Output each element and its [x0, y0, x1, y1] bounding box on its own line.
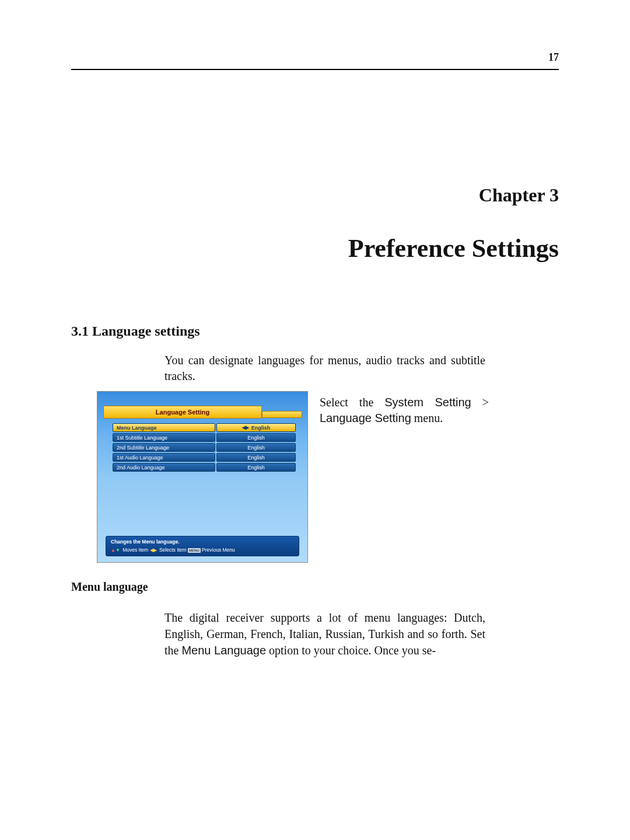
option-name: Menu Language	[181, 644, 266, 657]
up-down-icon: ▲	[111, 547, 116, 553]
osd-row-2nd-audio[interactable]: 2nd Audio Language English	[113, 463, 296, 472]
osd-cell-label: Menu Language	[113, 423, 215, 432]
osd-help-line2: ▲▼ Moves Item ◀▶ Selects Item MENU Previ…	[111, 547, 294, 554]
side-text-pre: Select the	[320, 396, 384, 409]
osd-value-text: English	[251, 424, 271, 431]
menu-path-part2: Language Setting	[320, 412, 411, 424]
page-number: 17	[548, 51, 559, 64]
page-header-rule: 17	[71, 54, 559, 70]
osd-tab-icon	[262, 411, 302, 418]
osd-row-menu-language[interactable]: Menu Language ◀▶ English	[113, 423, 296, 432]
osd-cell-label: 1st Subtitle Language	[113, 433, 215, 442]
device-screenshot: Language Setting Menu Language ◀▶ Englis…	[97, 391, 308, 563]
menu-button-icon: MENU	[188, 548, 201, 553]
osd-cell-value[interactable]: ◀▶ English	[216, 423, 296, 432]
osd-settings-list: Menu Language ◀▶ English 1st Subtitle La…	[113, 423, 296, 473]
help-prev: Previous Menu	[202, 547, 235, 553]
osd-cell-value[interactable]: English	[216, 453, 296, 462]
osd-row-1st-subtitle[interactable]: 1st Subtitle Language English	[113, 433, 296, 442]
help-moves: Moves Item	[123, 547, 148, 553]
body-paragraph-2: The digital receiver supports a lot of m…	[164, 609, 485, 658]
osd-cell-label: 1st Audio Language	[113, 453, 215, 462]
osd-help-box: Changes the Menu language. ▲▼ Moves Item…	[106, 536, 299, 556]
side-instruction: Select the System Setting > Language Set…	[320, 395, 489, 426]
side-text-gt: >	[471, 396, 489, 409]
osd-cell-label: 2nd Audio Language	[113, 463, 215, 472]
page: 17 Chapter 3 Preference Settings 3.1 Lan…	[0, 0, 630, 840]
side-text-post: menu.	[411, 412, 443, 424]
section-heading: 3.1 Language settings	[71, 323, 200, 339]
up-down-icon: ▼	[116, 547, 120, 553]
left-right-icon: ◀▶	[150, 547, 157, 553]
chapter-title: Preference Settings	[348, 233, 559, 263]
subheading-menu-language: Menu language	[71, 580, 148, 594]
osd-row-1st-audio[interactable]: 1st Audio Language English	[113, 453, 296, 462]
chapter-label: Chapter 3	[479, 184, 559, 206]
osd-cell-value[interactable]: English	[216, 463, 296, 472]
osd-title-bar: Language Setting	[103, 406, 262, 419]
osd-row-2nd-subtitle[interactable]: 2nd Subtitle Language English	[113, 443, 296, 452]
osd-cell-value[interactable]: English	[216, 443, 296, 452]
intro-paragraph: You can designate languages for menus, a…	[164, 353, 485, 384]
left-right-arrow-icon: ◀▶	[242, 424, 249, 431]
osd-cell-label: 2nd Subtitle Language	[113, 443, 215, 452]
body2-text2: option to your choice. Once you se-	[266, 644, 436, 657]
help-selects: Selects Item	[159, 547, 187, 553]
osd-help-line1: Changes the Menu language.	[111, 539, 294, 546]
osd-cell-value[interactable]: English	[216, 433, 296, 442]
menu-path-part1: System Setting	[384, 396, 471, 409]
